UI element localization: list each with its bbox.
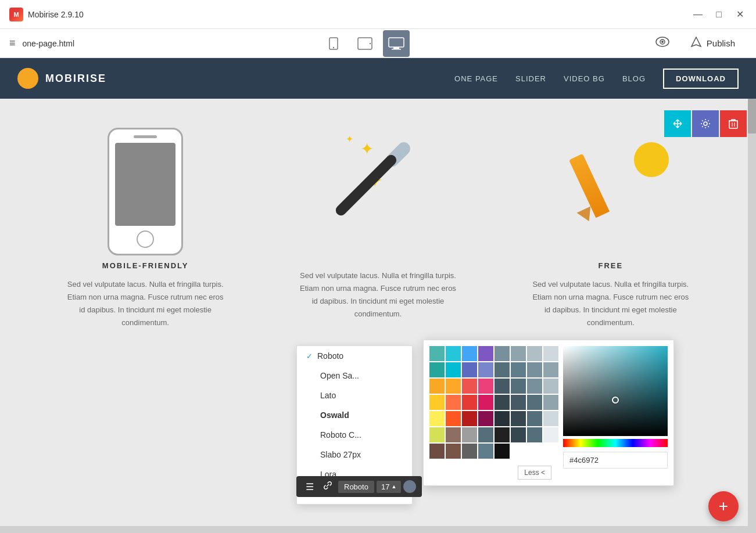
swatch-teal2[interactable] [429,362,445,377]
col-mobile: MOBILE-FRIENDLY Sed vel vulputate lacus.… [35,134,256,329]
font-selector[interactable]: Roboto [338,481,374,493]
swatch-gray2[interactable] [478,427,493,442]
swatch-light[interactable] [543,411,558,426]
nav-link-2[interactable]: VIDEO BG [564,74,605,83]
tablet-view-button[interactable] [352,30,378,57]
font-item-slabo[interactable]: Slabo 27px [297,445,412,464]
swatch-darkpink[interactable] [478,411,493,426]
swatch-bluegray1[interactable] [495,346,510,361]
swatch-slate6[interactable] [527,427,542,442]
swatch-amber[interactable] [429,379,445,394]
hex-input[interactable] [563,452,668,469]
swatch-darkblue4[interactable] [511,395,526,410]
swatch-pink[interactable] [478,379,493,394]
swatch-red2[interactable] [462,395,477,410]
nav-download-button[interactable]: DOWNLOAD [663,69,739,89]
col1-text: Sed vel vulputate lacus. Nulla et fringi… [64,278,227,329]
swatch-verydark2[interactable] [511,411,526,426]
color-picker: Less < [423,340,674,486]
swatch-bluegray4[interactable] [543,346,558,361]
nav-link-3[interactable]: BLOG [622,74,646,83]
three-col-section: MOBILE-FRIENDLY Sed vel vulputate lacus.… [0,99,756,352]
publish-button[interactable]: Publish [679,32,747,55]
close-button[interactable]: ✕ [733,8,747,21]
swatch-slate[interactable] [527,379,542,394]
font-size-selector[interactable]: 17 ▲ [377,481,401,493]
swatch-purple[interactable] [478,346,493,361]
swatch-brown[interactable] [446,427,461,442]
phone-home-button [137,231,154,248]
swatch-red[interactable] [462,379,477,394]
font-item-oswald[interactable]: Oswald [297,405,412,425]
nav-link-0[interactable]: ONE PAGE [454,74,498,83]
swatch-black[interactable] [495,427,510,442]
swatch-black2[interactable] [511,427,526,442]
swatch-grid [429,346,551,459]
preview-button[interactable] [655,37,669,50]
swatch-slate5[interactable] [527,411,542,426]
swatch-lightyellow[interactable] [429,411,445,426]
block-delete-button[interactable] [720,110,747,137]
font-item-roboto[interactable]: ✓ Roboto [297,346,412,366]
swatch-verydark[interactable] [495,411,510,426]
swatch-bluegray3[interactable] [527,346,542,361]
swatch-cyan[interactable] [446,346,461,361]
minimize-button[interactable]: — [691,8,705,21]
horizontal-scrollbar[interactable] [0,526,748,533]
swatch-indigo[interactable] [462,362,477,377]
font-item-lato[interactable]: Lato [297,386,412,405]
swatch-nearblack[interactable] [495,444,510,459]
swatch-darkgray[interactable] [462,444,477,459]
align-button[interactable]: ☰ [302,480,317,494]
swatch-bluegray9[interactable] [478,444,493,459]
swatch-indigo2[interactable] [478,362,493,377]
swatch-darkbrown[interactable] [429,444,445,459]
maximize-button[interactable]: □ [712,8,726,21]
publish-icon [690,37,702,50]
swatch-orange[interactable] [446,379,461,394]
hue-slider[interactable] [563,439,668,447]
swatch-bluegray7[interactable] [527,362,542,377]
swatch-gray[interactable] [462,427,477,442]
scrollbar[interactable] [748,99,756,533]
main-content: MOBILE-FRIENDLY Sed vel vulputate lacus.… [0,99,756,533]
less-button[interactable]: Less < [518,466,551,480]
swatch-pink2[interactable] [478,395,493,410]
mobile-view-button[interactable] [320,30,347,57]
hamburger-menu[interactable]: ≡ [9,37,16,49]
swatch-brown2[interactable] [446,444,461,459]
font-item-robotocondensed[interactable]: Roboto C... [297,425,412,445]
font-color-selector[interactable] [403,480,416,493]
swatch-bluegray5[interactable] [495,362,510,377]
swatch-darkblue[interactable] [495,379,510,394]
link-button[interactable] [320,480,336,494]
app-logo: M [9,8,23,21]
desktop-view-button[interactable] [383,30,410,57]
add-block-button[interactable]: + [708,491,739,521]
block-settings-button[interactable] [692,110,719,137]
swatch-darkblue3[interactable] [495,395,510,410]
swatch-teal[interactable] [429,346,445,361]
scrollbar-thumb[interactable] [748,99,756,134]
swatch-yellow[interactable] [429,395,445,410]
swatch-bluegray2[interactable] [511,346,526,361]
swatch-darkblue2[interactable] [511,379,526,394]
gradient-canvas[interactable] [563,346,668,436]
swatch-bluegray6[interactable] [511,362,526,377]
swatch-slate2[interactable] [543,379,558,394]
swatch-deeporange[interactable] [446,395,461,410]
swatch-bluegray8[interactable] [543,362,558,377]
swatch-darkred[interactable] [462,411,477,426]
color-selector-dot[interactable] [612,397,619,404]
swatch-deeporange2[interactable] [446,411,461,426]
nav-link-1[interactable]: SLIDER [515,74,546,83]
publish-label: Publish [707,38,735,48]
swatch-verylightgray[interactable] [543,427,558,442]
block-move-button[interactable] [664,110,691,137]
swatch-slate4[interactable] [543,395,558,410]
swatch-lime[interactable] [429,427,445,442]
swatch-cyan2[interactable] [446,362,461,377]
font-item-opensans[interactable]: Open Sa... [297,366,412,386]
swatch-blue[interactable] [462,346,477,361]
swatch-slate3[interactable] [527,395,542,410]
